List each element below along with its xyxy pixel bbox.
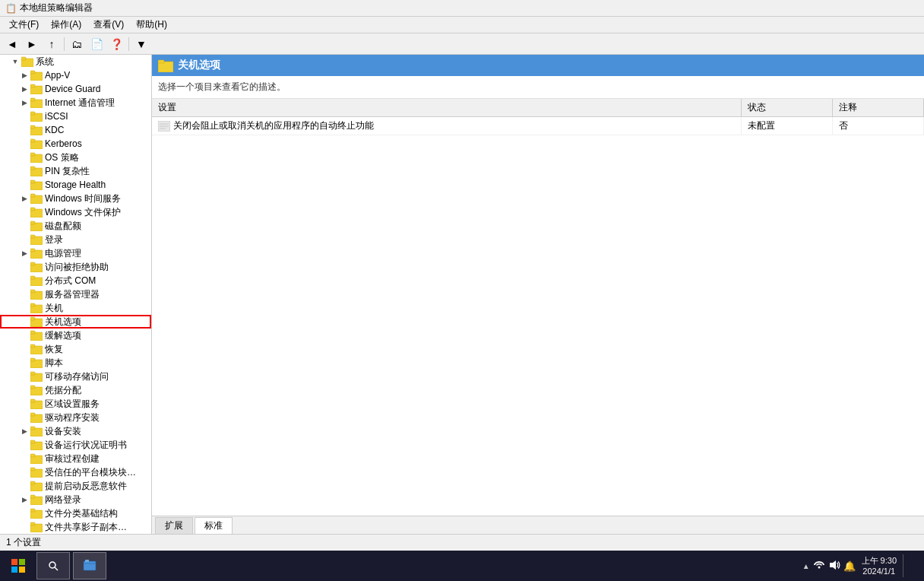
- start-button[interactable]: [3, 551, 33, 581]
- tree-item-driverinstall[interactable]: ▶ 驱动程序安装: [0, 411, 151, 424]
- tree-item-appv[interactable]: ▶ App-V: [0, 68, 151, 82]
- tree-item-shutdown[interactable]: ▶ 关机: [0, 301, 151, 315]
- folder-icon-removablestorage: [30, 371, 43, 382]
- tree-item-credentials[interactable]: ▶ 凭据分配: [0, 383, 151, 397]
- tray-chevron[interactable]: ▲: [802, 562, 810, 570]
- tree-label-power: 电源管理: [45, 247, 81, 260]
- svg-rect-23: [30, 208, 35, 211]
- toolbar-filter[interactable]: ▼: [132, 36, 150, 52]
- tree-item-storagehealth[interactable]: ▶ Storage Health: [0, 178, 151, 192]
- tree-label-iscsi: iSCSI: [45, 111, 68, 122]
- tree-item-trustedplatform[interactable]: ▶ 受信任的平台模块块…: [0, 465, 151, 479]
- svg-rect-43: [30, 344, 35, 348]
- tree-item-auditcreate[interactable]: ▶ 审核过程创建: [0, 452, 151, 465]
- tree-toggle-netlogin[interactable]: ▶: [18, 494, 30, 506]
- folder-icon-fileshadow: [30, 522, 43, 532]
- toolbar-back[interactable]: ◄: [3, 36, 21, 52]
- tree-label-deviceguard: Device Guard: [45, 84, 100, 94]
- taskbar-search[interactable]: [36, 552, 70, 579]
- svg-rect-21: [30, 194, 35, 197]
- menu-bar: 文件(F) 操作(A) 查看(V) 帮助(H): [0, 17, 924, 33]
- tree-item-windowstimeservice[interactable]: ▶ Windows 时间服务: [0, 192, 151, 205]
- tree-toggle-power[interactable]: ▶: [18, 247, 30, 259]
- menu-file[interactable]: 文件(F): [3, 17, 45, 33]
- tree-item-troubleshoot[interactable]: ▶ 缓解选项: [0, 329, 151, 342]
- tree-item-fileshadow[interactable]: ▶ 文件共享影子副本…: [0, 520, 151, 534]
- tree-item-servermgr[interactable]: ▶ 服务器管理器: [0, 287, 151, 301]
- taskbar-tray: ▲ 🔔 上午 9:30 2024/1/1: [802, 554, 921, 577]
- status-bar: 1 个设置: [0, 534, 924, 551]
- toolbar-forward[interactable]: ►: [23, 36, 41, 52]
- taskbar-app-gpe[interactable]: [73, 552, 106, 579]
- tree-item-scripts[interactable]: ▶ 脚本: [0, 356, 151, 370]
- tree-item-fileclass[interactable]: ▶ 文件分类基础结构: [0, 506, 151, 520]
- folder-icon-internet: [30, 97, 43, 108]
- tree-item-login[interactable]: ▶ 登录: [0, 233, 151, 246]
- tree-item-regionalsettings[interactable]: ▶ 区域设置服务: [0, 397, 151, 411]
- tree-item-internet[interactable]: ▶ Internet 通信管理: [0, 96, 151, 110]
- policy-table-row[interactable]: 关闭会阻止或取消关机的应用程序的自动终止功能未配置否: [152, 117, 924, 135]
- folder-icon-ospolicy: [30, 152, 43, 163]
- svg-rect-87: [11, 567, 17, 573]
- tray-show-desktop[interactable]: [903, 554, 915, 577]
- toolbar-help[interactable]: ❓: [107, 36, 125, 52]
- svg-rect-37: [30, 303, 35, 306]
- tree-label-devicehealth: 设备运行状况证明书: [45, 439, 127, 452]
- svg-rect-41: [30, 331, 35, 334]
- tree-toggle-internet[interactable]: ▶: [18, 97, 30, 109]
- tree-item-dcom[interactable]: ▶ 分布式 COM: [0, 274, 151, 287]
- svg-rect-88: [19, 567, 25, 573]
- tree-item-system[interactable]: ▼ 系统: [0, 55, 151, 68]
- tray-volume[interactable]: [828, 559, 840, 573]
- menu-help[interactable]: 帮助(H): [130, 17, 173, 33]
- tree-toggle-deviceguard[interactable]: ▶: [18, 83, 30, 95]
- tree-item-pincomplexity[interactable]: ▶ PIN 复杂性: [0, 164, 151, 178]
- folder-icon-kerberos: [30, 138, 43, 149]
- tree-item-earlymalware[interactable]: ▶ 提前启动反恶意软件: [0, 479, 151, 493]
- tree-toggle-system[interactable]: ▼: [9, 56, 21, 68]
- svg-rect-45: [30, 358, 35, 361]
- tree-label-appv: App-V: [45, 70, 70, 81]
- tree-label-windowsfileprotect: Windows 文件保护: [45, 206, 121, 219]
- tree-item-power[interactable]: ▶ 电源管理: [0, 246, 151, 260]
- tree-item-iscsi[interactable]: ▶ iSCSI: [0, 110, 151, 123]
- tree-item-deviceguard[interactable]: ▶ Device Guard: [0, 82, 151, 96]
- tree-item-accessdenied[interactable]: ▶ 访问被拒绝协助: [0, 260, 151, 274]
- tree-item-windowsfileprotect[interactable]: ▶ Windows 文件保护: [0, 205, 151, 219]
- menu-action[interactable]: 操作(A): [45, 17, 87, 33]
- taskbar-clock[interactable]: 上午 9:30 2024/1/1: [859, 555, 900, 577]
- toolbar-show-hide[interactable]: 🗂: [68, 36, 86, 52]
- taskbar-date: 2024/1/1: [862, 566, 897, 576]
- tree-item-removablestorage[interactable]: ▶ 可移动存储访问: [0, 370, 151, 383]
- toolbar-up[interactable]: ↑: [43, 36, 61, 52]
- policy-status-cell: 未配置: [742, 117, 833, 135]
- svg-rect-17: [30, 167, 35, 170]
- tree-label-storagehealth: Storage Health: [45, 179, 106, 190]
- tree-toggle-deviceinstall[interactable]: ▶: [18, 425, 30, 437]
- svg-rect-7: [30, 98, 35, 101]
- svg-rect-55: [30, 427, 35, 430]
- folder-icon-recover: [30, 344, 43, 354]
- policy-row-icon: [158, 121, 170, 132]
- tree-item-devicehealth[interactable]: ▶ 设备运行状况证明书: [0, 438, 151, 452]
- tree-label-ospolicy: OS 策略: [45, 151, 79, 164]
- tab-expand[interactable]: 扩展: [155, 517, 193, 534]
- toolbar-properties[interactable]: 📄: [87, 36, 106, 52]
- tree-item-netlogin[interactable]: ▶ 网络登录: [0, 493, 151, 506]
- tray-network[interactable]: [813, 559, 825, 573]
- tree-item-kerberos[interactable]: ▶ Kerberos: [0, 137, 151, 151]
- tree-toggle-windowstimeservice[interactable]: ▶: [18, 192, 30, 205]
- svg-rect-69: [30, 522, 35, 525]
- col-setting: 设置: [152, 99, 742, 117]
- tree-item-kdc[interactable]: ▶ KDC: [0, 123, 151, 137]
- tree-item-deviceinstall[interactable]: ▶ 设备安装: [0, 424, 151, 438]
- tab-standard[interactable]: 标准: [195, 517, 233, 534]
- tree-item-ospolicy[interactable]: ▶ OS 策略: [0, 151, 151, 164]
- tree-toggle-appv[interactable]: ▶: [18, 69, 30, 81]
- folder-icon-storagehealth: [30, 179, 43, 190]
- tree-item-recover[interactable]: ▶ 恢复: [0, 342, 151, 356]
- tree-item-shutdownoptions[interactable]: ▶ 关机选项: [0, 315, 151, 329]
- tray-notification[interactable]: 🔔: [843, 560, 856, 572]
- menu-view[interactable]: 查看(V): [87, 17, 130, 33]
- tree-item-diskquota[interactable]: ▶ 磁盘配额: [0, 219, 151, 233]
